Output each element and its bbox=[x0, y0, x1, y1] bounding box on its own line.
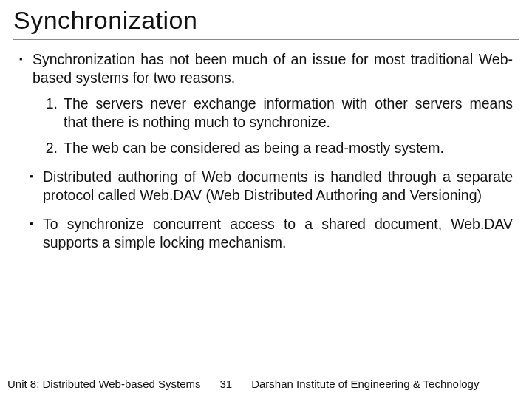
bullet-icon: ▪ bbox=[30, 168, 43, 205]
numbered-text: The web can be considered as being a rea… bbox=[64, 139, 513, 157]
footer-left: Unit 8: Distributed Web-based Systems bbox=[7, 378, 201, 390]
bullet-text: To synchronize concurrent access to a sh… bbox=[43, 215, 513, 252]
bullet-item: ▪ Distributed authoring of Web documents… bbox=[30, 168, 513, 205]
bullet-icon: ▪ bbox=[30, 215, 43, 252]
slide-title: Synchronization bbox=[13, 6, 519, 35]
slide: Synchronization ▪ Synchronization has no… bbox=[0, 0, 532, 399]
bullet-text: Distributed authoring of Web documents i… bbox=[43, 168, 513, 205]
bullet-text: Synchronization has not been much of an … bbox=[33, 50, 513, 87]
numbered-item: 1. The servers never exchange informatio… bbox=[44, 95, 513, 132]
number-label: 2. bbox=[44, 139, 64, 157]
bullet-icon: ▪ bbox=[19, 50, 33, 87]
number-label: 1. bbox=[44, 95, 64, 132]
title-rule bbox=[13, 39, 519, 40]
numbered-text: The servers never exchange information w… bbox=[64, 95, 513, 132]
bullet-item: ▪ Synchronization has not been much of a… bbox=[19, 50, 513, 87]
content-area: ▪ Synchronization has not been much of a… bbox=[0, 44, 532, 372]
footer-page-number: 31 bbox=[220, 378, 233, 390]
numbered-item: 2. The web can be considered as being a … bbox=[44, 139, 513, 157]
footer: Unit 8: Distributed Web-based Systems 31… bbox=[0, 372, 532, 399]
footer-right: Darshan Institute of Engineering & Techn… bbox=[251, 378, 519, 390]
bullet-item: ▪ To synchronize concurrent access to a … bbox=[30, 215, 513, 252]
title-wrap: Synchronization bbox=[0, 0, 532, 38]
